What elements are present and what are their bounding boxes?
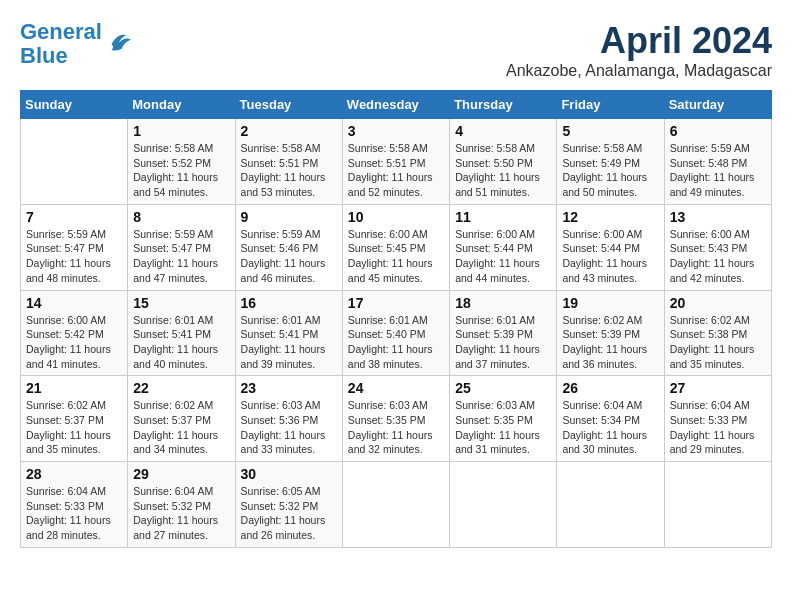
day-info: Sunrise: 6:02 AM Sunset: 5:37 PM Dayligh… [26, 398, 122, 457]
page-header: General Blue April 2024 Ankazobe, Analam… [20, 20, 772, 80]
col-header-saturday: Saturday [664, 91, 771, 119]
day-number: 27 [670, 380, 766, 396]
day-info: Sunrise: 6:01 AM Sunset: 5:41 PM Dayligh… [241, 313, 337, 372]
day-info: Sunrise: 6:00 AM Sunset: 5:45 PM Dayligh… [348, 227, 444, 286]
day-number: 29 [133, 466, 229, 482]
day-number: 18 [455, 295, 551, 311]
day-cell [342, 462, 449, 548]
day-number: 24 [348, 380, 444, 396]
col-header-sunday: Sunday [21, 91, 128, 119]
day-info: Sunrise: 6:01 AM Sunset: 5:39 PM Dayligh… [455, 313, 551, 372]
day-info: Sunrise: 6:03 AM Sunset: 5:36 PM Dayligh… [241, 398, 337, 457]
day-number: 12 [562, 209, 658, 225]
day-number: 25 [455, 380, 551, 396]
day-number: 26 [562, 380, 658, 396]
week-row-1: 1Sunrise: 5:58 AM Sunset: 5:52 PM Daylig… [21, 119, 772, 205]
week-row-2: 7Sunrise: 5:59 AM Sunset: 5:47 PM Daylig… [21, 204, 772, 290]
day-cell: 24Sunrise: 6:03 AM Sunset: 5:35 PM Dayli… [342, 376, 449, 462]
day-info: Sunrise: 6:01 AM Sunset: 5:41 PM Dayligh… [133, 313, 229, 372]
day-number: 21 [26, 380, 122, 396]
day-cell: 2Sunrise: 5:58 AM Sunset: 5:51 PM Daylig… [235, 119, 342, 205]
day-info: Sunrise: 6:03 AM Sunset: 5:35 PM Dayligh… [348, 398, 444, 457]
day-cell: 10Sunrise: 6:00 AM Sunset: 5:45 PM Dayli… [342, 204, 449, 290]
logo: General Blue [20, 20, 134, 68]
day-number: 16 [241, 295, 337, 311]
day-number: 7 [26, 209, 122, 225]
day-number: 23 [241, 380, 337, 396]
day-cell [450, 462, 557, 548]
day-cell: 16Sunrise: 6:01 AM Sunset: 5:41 PM Dayli… [235, 290, 342, 376]
day-number: 10 [348, 209, 444, 225]
day-info: Sunrise: 6:04 AM Sunset: 5:33 PM Dayligh… [26, 484, 122, 543]
col-header-tuesday: Tuesday [235, 91, 342, 119]
calendar-header-row: SundayMondayTuesdayWednesdayThursdayFrid… [21, 91, 772, 119]
day-info: Sunrise: 5:58 AM Sunset: 5:52 PM Dayligh… [133, 141, 229, 200]
day-cell: 5Sunrise: 5:58 AM Sunset: 5:49 PM Daylig… [557, 119, 664, 205]
title-block: April 2024 Ankazobe, Analamanga, Madagas… [506, 20, 772, 80]
day-number: 19 [562, 295, 658, 311]
day-cell: 23Sunrise: 6:03 AM Sunset: 5:36 PM Dayli… [235, 376, 342, 462]
day-cell: 4Sunrise: 5:58 AM Sunset: 5:50 PM Daylig… [450, 119, 557, 205]
calendar-table: SundayMondayTuesdayWednesdayThursdayFrid… [20, 90, 772, 548]
day-info: Sunrise: 6:02 AM Sunset: 5:39 PM Dayligh… [562, 313, 658, 372]
day-cell: 26Sunrise: 6:04 AM Sunset: 5:34 PM Dayli… [557, 376, 664, 462]
logo-blue: Blue [20, 43, 68, 68]
day-cell: 30Sunrise: 6:05 AM Sunset: 5:32 PM Dayli… [235, 462, 342, 548]
week-row-3: 14Sunrise: 6:00 AM Sunset: 5:42 PM Dayli… [21, 290, 772, 376]
day-cell: 18Sunrise: 6:01 AM Sunset: 5:39 PM Dayli… [450, 290, 557, 376]
day-info: Sunrise: 5:58 AM Sunset: 5:51 PM Dayligh… [348, 141, 444, 200]
day-number: 20 [670, 295, 766, 311]
location-title: Ankazobe, Analamanga, Madagascar [506, 62, 772, 80]
day-number: 2 [241, 123, 337, 139]
logo-text: General Blue [20, 20, 102, 68]
day-cell: 9Sunrise: 5:59 AM Sunset: 5:46 PM Daylig… [235, 204, 342, 290]
week-row-5: 28Sunrise: 6:04 AM Sunset: 5:33 PM Dayli… [21, 462, 772, 548]
day-number: 11 [455, 209, 551, 225]
day-cell: 13Sunrise: 6:00 AM Sunset: 5:43 PM Dayli… [664, 204, 771, 290]
logo-general: General [20, 19, 102, 44]
day-info: Sunrise: 6:05 AM Sunset: 5:32 PM Dayligh… [241, 484, 337, 543]
day-number: 8 [133, 209, 229, 225]
day-info: Sunrise: 6:04 AM Sunset: 5:32 PM Dayligh… [133, 484, 229, 543]
day-number: 14 [26, 295, 122, 311]
day-cell: 29Sunrise: 6:04 AM Sunset: 5:32 PM Dayli… [128, 462, 235, 548]
day-number: 5 [562, 123, 658, 139]
day-number: 15 [133, 295, 229, 311]
day-cell [21, 119, 128, 205]
day-info: Sunrise: 6:02 AM Sunset: 5:38 PM Dayligh… [670, 313, 766, 372]
day-cell: 21Sunrise: 6:02 AM Sunset: 5:37 PM Dayli… [21, 376, 128, 462]
col-header-monday: Monday [128, 91, 235, 119]
day-info: Sunrise: 6:00 AM Sunset: 5:44 PM Dayligh… [455, 227, 551, 286]
day-info: Sunrise: 5:58 AM Sunset: 5:51 PM Dayligh… [241, 141, 337, 200]
day-cell: 28Sunrise: 6:04 AM Sunset: 5:33 PM Dayli… [21, 462, 128, 548]
day-cell: 17Sunrise: 6:01 AM Sunset: 5:40 PM Dayli… [342, 290, 449, 376]
day-info: Sunrise: 5:58 AM Sunset: 5:50 PM Dayligh… [455, 141, 551, 200]
day-info: Sunrise: 6:01 AM Sunset: 5:40 PM Dayligh… [348, 313, 444, 372]
day-cell: 1Sunrise: 5:58 AM Sunset: 5:52 PM Daylig… [128, 119, 235, 205]
day-info: Sunrise: 6:00 AM Sunset: 5:44 PM Dayligh… [562, 227, 658, 286]
col-header-friday: Friday [557, 91, 664, 119]
day-info: Sunrise: 6:00 AM Sunset: 5:42 PM Dayligh… [26, 313, 122, 372]
day-cell: 3Sunrise: 5:58 AM Sunset: 5:51 PM Daylig… [342, 119, 449, 205]
day-cell: 6Sunrise: 5:59 AM Sunset: 5:48 PM Daylig… [664, 119, 771, 205]
logo-bird-icon [104, 29, 134, 59]
day-number: 30 [241, 466, 337, 482]
day-number: 22 [133, 380, 229, 396]
day-cell [557, 462, 664, 548]
day-info: Sunrise: 6:04 AM Sunset: 5:33 PM Dayligh… [670, 398, 766, 457]
day-info: Sunrise: 5:59 AM Sunset: 5:47 PM Dayligh… [26, 227, 122, 286]
day-info: Sunrise: 5:58 AM Sunset: 5:49 PM Dayligh… [562, 141, 658, 200]
day-number: 13 [670, 209, 766, 225]
day-info: Sunrise: 6:02 AM Sunset: 5:37 PM Dayligh… [133, 398, 229, 457]
col-header-thursday: Thursday [450, 91, 557, 119]
day-info: Sunrise: 5:59 AM Sunset: 5:46 PM Dayligh… [241, 227, 337, 286]
day-number: 1 [133, 123, 229, 139]
day-cell: 7Sunrise: 5:59 AM Sunset: 5:47 PM Daylig… [21, 204, 128, 290]
day-number: 3 [348, 123, 444, 139]
day-number: 17 [348, 295, 444, 311]
day-info: Sunrise: 6:04 AM Sunset: 5:34 PM Dayligh… [562, 398, 658, 457]
day-cell: 25Sunrise: 6:03 AM Sunset: 5:35 PM Dayli… [450, 376, 557, 462]
day-info: Sunrise: 6:00 AM Sunset: 5:43 PM Dayligh… [670, 227, 766, 286]
day-info: Sunrise: 6:03 AM Sunset: 5:35 PM Dayligh… [455, 398, 551, 457]
col-header-wednesday: Wednesday [342, 91, 449, 119]
